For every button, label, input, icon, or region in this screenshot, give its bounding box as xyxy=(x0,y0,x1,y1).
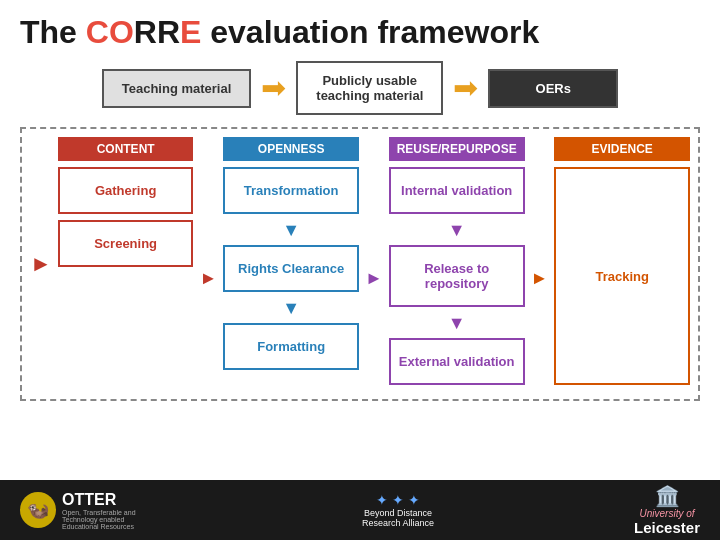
purple-down-arrow-2: ▼ xyxy=(389,313,525,334)
otter-title: OTTER xyxy=(62,491,162,509)
leicester-university-prefix: University of xyxy=(640,508,695,519)
transformation-card: Transformation xyxy=(223,167,359,214)
reuse-header: REUSE/REPURPOSE xyxy=(389,137,525,161)
otter-sub: Open, Transferable and Technology enable… xyxy=(62,509,162,530)
release-repository-card: Release to repository xyxy=(389,245,525,307)
reuse-column: REUSE/REPURPOSE Internal validation ▼ Re… xyxy=(389,137,525,391)
blue-down-arrow-2: ▼ xyxy=(223,298,359,319)
teaching-label: Teaching material xyxy=(122,81,232,96)
formatting-label: Formatting xyxy=(257,339,325,354)
top-flow-row: Teaching material ➡ Publicly usable teac… xyxy=(20,61,700,115)
rights-clearance-label: Rights Clearance xyxy=(238,261,344,276)
bdra-logo: ✦ ✦ ✦ Beyond Distance Research Alliance xyxy=(362,492,434,528)
arrow-2: ➡ xyxy=(453,73,478,103)
page-title: The CORRE evaluation framework xyxy=(0,0,720,61)
blue-down-arrow-1: ▼ xyxy=(223,220,359,241)
rights-clearance-card: Rights Clearance xyxy=(223,245,359,292)
content-header: CONTENT xyxy=(58,137,194,161)
tracking-label: Tracking xyxy=(595,269,648,284)
footer: 🦦 OTTER Open, Transferable and Technolog… xyxy=(0,480,720,540)
publicly-line1: Publicly usable xyxy=(322,73,417,88)
otter-icon: 🦦 xyxy=(20,492,56,528)
arrow-1: ➡ xyxy=(261,73,286,103)
col-separator-3: ► xyxy=(529,165,551,391)
leicester-logo: 🏛️ University of Leicester xyxy=(634,484,700,536)
left-side-arrow: ► xyxy=(30,137,52,391)
bdra-stars: ✦ ✦ ✦ xyxy=(376,492,420,508)
evidence-column: EVIDENCE Tracking xyxy=(554,137,690,391)
framework-container: ► CONTENT Gathering Screening ► OPENNESS… xyxy=(20,127,700,401)
content-column: CONTENT Gathering Screening xyxy=(58,137,194,391)
gathering-card: Gathering xyxy=(58,167,194,214)
col-separator-1: ► xyxy=(197,165,219,391)
gathering-label: Gathering xyxy=(95,183,156,198)
otter-logo: 🦦 OTTER Open, Transferable and Technolog… xyxy=(20,491,162,530)
publicly-line2: teaching material xyxy=(316,88,423,103)
teaching-material-box: Teaching material xyxy=(102,69,252,108)
tracking-card: Tracking xyxy=(554,167,690,385)
internal-validation-card: Internal validation xyxy=(389,167,525,214)
formatting-card: Formatting xyxy=(223,323,359,370)
leicester-shield: 🏛️ xyxy=(655,484,680,508)
external-validation-card: External validation xyxy=(389,338,525,385)
otter-text-block: OTTER Open, Transferable and Technology … xyxy=(62,491,162,530)
oers-label: OERs xyxy=(536,81,571,96)
col-separator-2: ► xyxy=(363,165,385,391)
external-validation-label: External validation xyxy=(399,354,515,369)
evidence-header: EVIDENCE xyxy=(554,137,690,161)
openness-column: OPENNESS Transformation ▼ Rights Clearan… xyxy=(223,137,359,391)
title-text: The CORRE evaluation framework xyxy=(20,14,539,50)
leicester-name: Leicester xyxy=(634,519,700,536)
openness-header: OPENNESS xyxy=(223,137,359,161)
oers-box: OERs xyxy=(488,69,618,108)
purple-down-arrow-1: ▼ xyxy=(389,220,525,241)
screening-label: Screening xyxy=(94,236,157,251)
internal-validation-label: Internal validation xyxy=(401,183,512,198)
transformation-label: Transformation xyxy=(244,183,339,198)
screening-card: Screening xyxy=(58,220,194,267)
bdra-line1: Beyond Distance xyxy=(364,508,432,518)
release-repository-label: Release to repository xyxy=(424,261,489,291)
publicly-usable-box: Publicly usable teaching material xyxy=(296,61,443,115)
bdra-line2: Research Alliance xyxy=(362,518,434,528)
